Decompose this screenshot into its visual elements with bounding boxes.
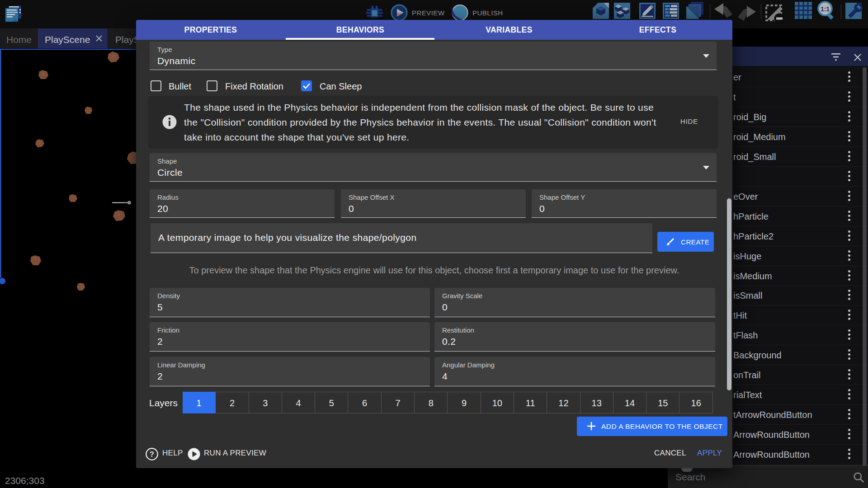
svg-text:?: ? (150, 450, 154, 458)
svg-text:1:1: 1:1 (821, 5, 830, 13)
